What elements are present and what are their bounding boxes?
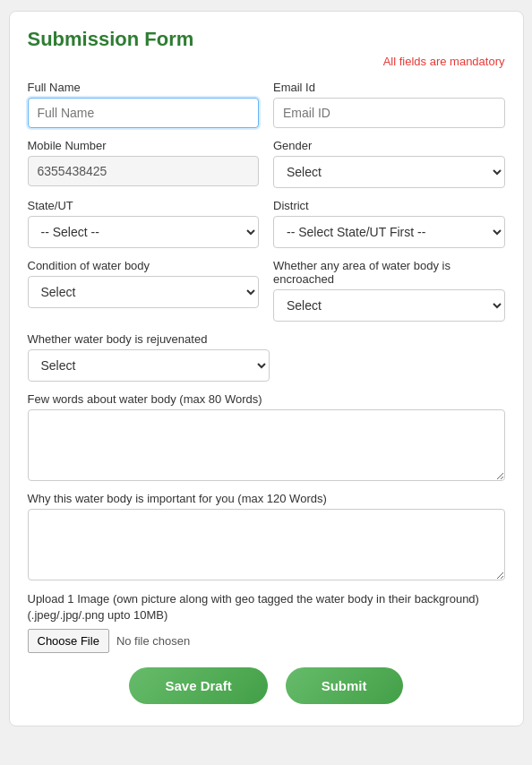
- rejuvenated-select[interactable]: Select Yes No: [28, 349, 270, 382]
- field-state: State/UT -- Select --: [28, 199, 260, 248]
- field-encroached: Whether any area of water body is encroa…: [273, 259, 505, 322]
- field-full-name: Full Name: [28, 81, 260, 128]
- few-words-textarea[interactable]: [28, 409, 505, 481]
- mobile-label: Mobile Number: [28, 139, 260, 152]
- why-important-label: Why this water body is important for you…: [28, 492, 505, 505]
- field-email: Email Id: [273, 81, 505, 128]
- gender-select[interactable]: Select Male Female Other: [273, 156, 505, 188]
- district-label: District: [273, 199, 505, 212]
- field-mobile: Mobile Number: [28, 139, 260, 188]
- mobile-input[interactable]: [28, 156, 260, 186]
- few-words-label: Few words about water body (max 80 Words…: [28, 392, 505, 406]
- rejuvenated-label: Whether water body is rejuvenated: [28, 332, 505, 346]
- email-label: Email Id: [273, 81, 505, 94]
- full-name-label: Full Name: [28, 81, 260, 94]
- state-label: State/UT: [28, 199, 260, 212]
- row-few-words: Few words about water body (max 80 Words…: [28, 392, 505, 481]
- email-input[interactable]: [273, 98, 505, 128]
- field-condition: Condition of water body Select Good Aver…: [28, 259, 260, 322]
- field-gender: Gender Select Male Female Other: [273, 139, 505, 188]
- file-input-row: Choose File No file chosen: [28, 629, 505, 653]
- why-important-textarea[interactable]: [28, 509, 505, 580]
- save-draft-button[interactable]: Save Draft: [129, 667, 267, 704]
- submit-button[interactable]: Submit: [286, 667, 403, 704]
- choose-file-button[interactable]: Choose File: [28, 629, 109, 653]
- row-rejuvenated: Whether water body is rejuvenated Select…: [28, 332, 505, 382]
- field-district: District -- Select State/UT First --: [273, 199, 505, 248]
- no-file-text: No file chosen: [116, 634, 190, 648]
- district-select[interactable]: -- Select State/UT First --: [273, 216, 505, 248]
- condition-select[interactable]: Select Good Average Poor: [28, 276, 260, 308]
- upload-section: Upload 1 Image (own picture along with g…: [28, 591, 505, 653]
- mandatory-note: All fields are mandatory: [28, 55, 505, 68]
- encroached-select[interactable]: Select Yes No: [273, 289, 505, 322]
- form-title: Submission Form: [28, 28, 505, 51]
- upload-label: Upload 1 Image (own picture along with g…: [28, 591, 505, 623]
- row-name-email: Full Name Email Id: [28, 81, 505, 128]
- full-name-input[interactable]: [28, 98, 260, 128]
- row-state-district: State/UT -- Select -- District -- Select…: [28, 199, 505, 248]
- row-mobile-gender: Mobile Number Gender Select Male Female …: [28, 139, 505, 188]
- condition-label: Condition of water body: [28, 259, 260, 272]
- submission-form-card: Submission Form All fields are mandatory…: [9, 11, 524, 726]
- button-row: Save Draft Submit: [28, 667, 505, 704]
- state-select[interactable]: -- Select --: [28, 216, 260, 248]
- row-why-important: Why this water body is important for you…: [28, 492, 505, 580]
- gender-label: Gender: [273, 139, 505, 152]
- encroached-label: Whether any area of water body is encroa…: [273, 259, 505, 286]
- row-condition-encroached: Condition of water body Select Good Aver…: [28, 259, 505, 322]
